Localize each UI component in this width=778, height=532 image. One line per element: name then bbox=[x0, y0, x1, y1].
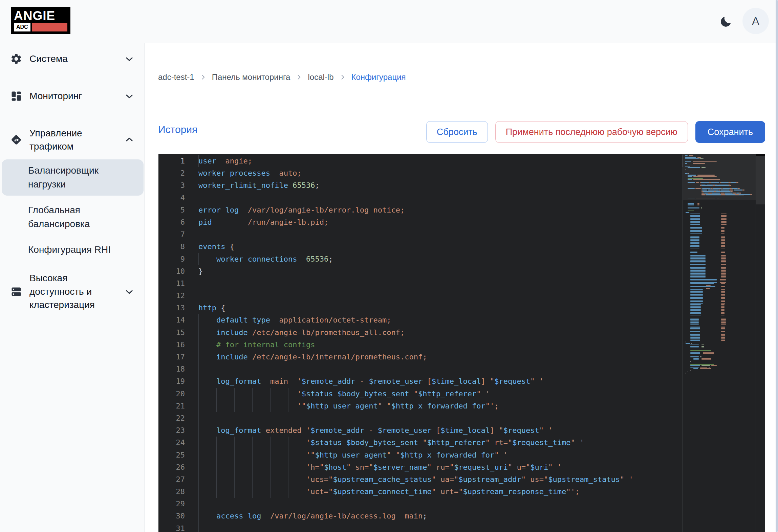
breadcrumb-item[interactable]: Панель мониторинга bbox=[212, 72, 290, 82]
line-number: 30 bbox=[158, 510, 198, 522]
sidebar-subitem-rhi-config[interactable]: Конфигурация RHI bbox=[2, 239, 144, 261]
code-line[interactable]: 23 log_format extended '$remote_addr - $… bbox=[158, 424, 683, 437]
chevron-right-icon bbox=[296, 74, 302, 81]
angie-adc-logo[interactable]: ANGIE ADC bbox=[11, 7, 70, 34]
dashboard-icon bbox=[10, 90, 22, 102]
main-content: adc-test-1Панель мониторингаlocal-lbКонф… bbox=[145, 43, 778, 532]
indent-guide bbox=[288, 461, 288, 473]
code-line[interactable]: 9 worker_connections 65536; bbox=[158, 253, 683, 265]
breadcrumb-item[interactable]: adc-test-1 bbox=[158, 72, 194, 82]
code-line[interactable]: 5error_log /var/log/angie-lb/error.log n… bbox=[158, 204, 683, 216]
code-line[interactable]: 12 bbox=[158, 290, 683, 302]
code-text bbox=[198, 290, 683, 302]
user-avatar[interactable]: A bbox=[742, 8, 769, 34]
indent-guide bbox=[252, 473, 253, 486]
code-line[interactable]: 8events { bbox=[158, 241, 683, 253]
indent-guide bbox=[198, 412, 199, 424]
code-line[interactable]: 6pid /run/angie-lb.pid; bbox=[158, 216, 683, 228]
indent-guide bbox=[234, 449, 235, 461]
code-text bbox=[198, 278, 683, 290]
code-text: '$status $body_bytes_sent "$http_referer… bbox=[198, 437, 683, 449]
editor-minimap[interactable] bbox=[683, 154, 756, 532]
page-scrollbar-thumb[interactable] bbox=[776, 0, 778, 532]
indent-guide bbox=[198, 400, 199, 412]
code-line[interactable]: 14 default_type application/octet-stream… bbox=[158, 314, 683, 326]
config-editor[interactable]: 1user angie;2worker_processes auto;3work… bbox=[158, 154, 765, 532]
sidebar-item-traffic-management[interactable]: Управление трафиком bbox=[0, 127, 144, 154]
code-line[interactable]: 27 'ucs="$upstream_cache_status" ua="$up… bbox=[158, 473, 683, 486]
code-text: '"$http_user_agent" "$http_x_forwarded_f… bbox=[198, 400, 683, 412]
code-line[interactable]: 28 'uct="$upstream_connect_time" urt="$u… bbox=[158, 486, 683, 498]
code-line[interactable]: 3worker_rlimit_nofile 65536; bbox=[158, 179, 683, 192]
line-number: 3 bbox=[158, 179, 198, 192]
code-line[interactable]: 17 include /etc/angie-lb/internal/promet… bbox=[158, 351, 683, 363]
code-line[interactable]: 20 '$status $body_bytes_sent "$http_refe… bbox=[158, 388, 683, 400]
code-text bbox=[198, 192, 683, 204]
dark-mode-toggle[interactable] bbox=[719, 15, 733, 28]
breadcrumb: adc-test-1Панель мониторингаlocal-lbКонф… bbox=[158, 72, 406, 82]
indent-guide bbox=[270, 473, 271, 486]
indent-guide bbox=[288, 486, 288, 498]
code-line[interactable]: 19 log_format main '$remote_addr - $remo… bbox=[158, 375, 683, 387]
sidebar-item-high-availability[interactable]: Высокая доступность и кластеризация bbox=[0, 271, 144, 312]
minimap-viewport-slider[interactable] bbox=[683, 154, 756, 200]
editor-scrollbar-thumb[interactable] bbox=[756, 156, 765, 204]
indent-guide bbox=[216, 400, 217, 412]
indent-guide bbox=[234, 400, 235, 412]
code-line[interactable]: 24 '$status $body_bytes_sent "$http_refe… bbox=[158, 437, 683, 449]
indent-guide bbox=[288, 473, 288, 486]
line-number: 25 bbox=[158, 449, 198, 461]
sidebar-subitem-global-balancing[interactable]: Глобальная балансировка bbox=[2, 199, 144, 235]
reset-button[interactable]: Сбросить bbox=[426, 121, 488, 143]
indent-guide bbox=[216, 473, 217, 486]
code-line[interactable]: 13http { bbox=[158, 302, 683, 314]
indent-guide bbox=[234, 486, 235, 498]
code-line[interactable]: 7 bbox=[158, 228, 683, 241]
code-line[interactable]: 22 bbox=[158, 412, 683, 424]
line-number: 5 bbox=[158, 204, 198, 216]
code-line[interactable]: 26 'h="$host" sn="$server_name" ru="$req… bbox=[158, 461, 683, 473]
toolbar-buttons: Сбросить Применить последнюю рабочую вер… bbox=[426, 121, 765, 143]
indent-guide bbox=[288, 388, 288, 400]
sidebar-item-label: Мониторинг bbox=[29, 89, 109, 103]
code-line[interactable]: 1user angie; bbox=[158, 155, 683, 167]
sidebar-subitem-load-balancer[interactable]: Балансировщик нагрузки bbox=[2, 159, 144, 196]
line-number: 22 bbox=[158, 412, 198, 424]
apply-last-working-version-button[interactable]: Применить последнюю рабочую версию bbox=[495, 121, 688, 143]
code-line[interactable]: 21 '"$http_user_agent" "$http_x_forwarde… bbox=[158, 400, 683, 412]
code-line[interactable]: 11 bbox=[158, 278, 683, 290]
line-number: 7 bbox=[158, 228, 198, 241]
code-line[interactable]: 25 '"$http_user_agent" "$http_x_forwarde… bbox=[158, 449, 683, 461]
scrollbar-top-shadow bbox=[756, 154, 765, 156]
line-number: 15 bbox=[158, 327, 198, 339]
code-text: worker_rlimit_nofile 65536; bbox=[198, 179, 683, 192]
indent-guide bbox=[270, 437, 271, 449]
line-number: 13 bbox=[158, 302, 198, 314]
editor-vertical-scrollbar[interactable] bbox=[756, 154, 765, 532]
indent-guide bbox=[198, 523, 199, 532]
code-line[interactable]: 16 # for internal configs bbox=[158, 339, 683, 351]
indent-guide bbox=[198, 461, 199, 473]
code-line[interactable]: 29 bbox=[158, 498, 683, 510]
gear-icon bbox=[10, 53, 22, 65]
code-text bbox=[198, 363, 683, 375]
code-text: http { bbox=[198, 302, 683, 314]
chevron-right-icon bbox=[339, 74, 346, 81]
sidebar-item-monitoring[interactable]: Мониторинг bbox=[0, 89, 144, 103]
breadcrumb-active: Конфигурация bbox=[351, 72, 406, 82]
save-button[interactable]: Сохранить bbox=[695, 121, 765, 143]
sidebar-item-system[interactable]: Система bbox=[0, 52, 144, 66]
code-line[interactable]: 2worker_processes auto; bbox=[158, 167, 683, 179]
code-line[interactable]: 31 bbox=[158, 523, 683, 532]
line-number: 1 bbox=[158, 155, 198, 167]
code-line[interactable]: 30 access_log /var/log/angie-lb/access.l… bbox=[158, 510, 683, 522]
code-line[interactable]: 15 include /etc/angie-lb/prometheus_all.… bbox=[158, 327, 683, 339]
chevron-right-icon bbox=[200, 74, 207, 81]
page-scrollbar[interactable] bbox=[776, 0, 778, 532]
code-line[interactable]: 10} bbox=[158, 265, 683, 278]
code-line[interactable]: 18 bbox=[158, 363, 683, 375]
breadcrumb-item[interactable]: local-lb bbox=[308, 72, 333, 82]
code-line[interactable]: 4 bbox=[158, 192, 683, 204]
code-lines[interactable]: 1user angie;2worker_processes auto;3work… bbox=[158, 155, 683, 532]
history-link[interactable]: История bbox=[158, 124, 197, 135]
